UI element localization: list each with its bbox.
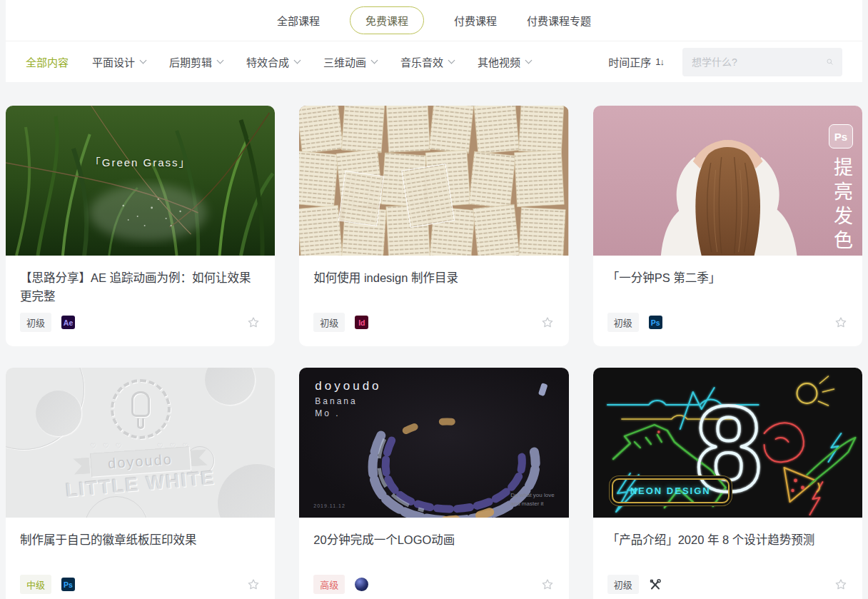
level-badge: 初级 [313, 313, 345, 332]
sort-by-time-button[interactable]: 时间正序 1↓ [608, 54, 664, 69]
course-title[interactable]: 「产品介绍」2020 年 8 个设计趋势预测 [607, 530, 848, 575]
card-body: 【思路分享】AE 追踪动画为例：如何让效果更完整 初级 Ae [6, 256, 275, 346]
favorite-star-button[interactable] [540, 316, 555, 330]
card-footer: 初级 Ps [607, 313, 848, 332]
filter-3d-animation[interactable]: 三维动画 [323, 54, 377, 69]
course-card[interactable]: 8 NEON DESIGN 「产品介绍」2020 年 8 个设计趋势预测 初级 [593, 368, 862, 599]
star-outline-icon [834, 578, 848, 592]
level-badge: 高级 [313, 575, 345, 594]
filter-video-editing[interactable]: 后期剪辑 [169, 54, 223, 69]
filter-label: 三维动画 [323, 54, 366, 69]
popsicle-logo-icon [111, 379, 171, 439]
filter-label: 音乐音效 [400, 54, 443, 69]
thumbnail-date: 2019.11.12 [313, 503, 345, 508]
filter-label: 后期剪辑 [169, 54, 212, 69]
course-thumbnail[interactable] [299, 106, 568, 256]
star-outline-icon [246, 578, 261, 592]
star-outline-icon [540, 578, 555, 592]
card-footer: 初级 Ae [20, 313, 261, 332]
filter-graphic-design[interactable]: 平面设计 [92, 54, 146, 69]
neon-design-label: NEON DESIGN [612, 478, 730, 503]
level-badge: 初级 [607, 313, 639, 332]
filter-label: 平面设计 [92, 54, 135, 69]
thumbnail-caption: 「Green Grass」 [6, 154, 275, 169]
star-outline-icon [246, 316, 261, 330]
search-box[interactable] [682, 48, 842, 76]
favorite-star-button[interactable] [246, 578, 261, 592]
filter-music-sfx[interactable]: 音乐音效 [400, 54, 454, 69]
favorite-star-button[interactable] [834, 316, 848, 330]
filter-vfx-compositing[interactable]: 特效合成 [246, 54, 300, 69]
tab-all-courses[interactable]: 全部课程 [277, 13, 320, 28]
card-body: 制作属于自己的徽章纸板压印效果 中级 Ps [6, 518, 275, 599]
card-body: 「一分钟PS 第二季」 初级 Ps [593, 256, 862, 346]
card-body: 「产品介绍」2020 年 8 个设计趋势预测 初级 [593, 518, 862, 599]
level-badge: 中级 [20, 575, 51, 594]
cinema4d-icon [355, 578, 368, 591]
course-card[interactable]: ♡ ♡ ♡ ♡ ♡ ♡ doyoudo LITTLE WHITE 制作属于自己的… [6, 368, 275, 599]
course-card[interactable]: 如何使用 indesign 制作目录 初级 Id [299, 106, 568, 346]
level-badge: 初级 [607, 575, 639, 594]
course-title[interactable]: 「一分钟PS 第二季」 [607, 268, 848, 313]
filter-bar-right: 时间正序 1↓ [608, 48, 842, 76]
filter-bar: 全部内容 平面设计 后期剪辑 特效合成 三维动画 音乐音效 [6, 41, 862, 82]
grass-photo-art [6, 106, 275, 256]
course-card[interactable]: Ps 提亮发色 「一分钟PS 第二季」 初级 Ps [593, 106, 862, 346]
course-grid: 「Green Grass」 【思路分享】AE 追踪动画为例：如何让效果更完整 初… [6, 106, 862, 599]
chevron-down-icon [371, 57, 378, 64]
card-body: 20分钟完成一个LOGO动画 高级 [299, 518, 568, 599]
course-card[interactable]: doyoudo Banana Mo . 2019.11.12 Do what y… [299, 368, 568, 599]
course-thumbnail[interactable]: Ps 提亮发色 [593, 106, 862, 256]
card-footer: 初级 [607, 575, 848, 594]
thumbnail-slogan: Do what you love and master it [510, 491, 554, 508]
indesign-icon: Id [355, 316, 368, 329]
favorite-star-button[interactable] [540, 578, 555, 592]
filter-other-videos[interactable]: 其他视频 [478, 54, 531, 69]
card-footer: 高级 [313, 575, 554, 594]
course-thumbnail[interactable]: 8 NEON DESIGN [593, 368, 862, 518]
favorite-star-button[interactable] [246, 316, 261, 330]
search-input[interactable] [692, 56, 821, 68]
course-thumbnail[interactable]: ♡ ♡ ♡ ♡ ♡ ♡ doyoudo LITTLE WHITE [6, 368, 275, 518]
books-photo-art [299, 106, 568, 256]
category-filters: 全部内容 平面设计 后期剪辑 特效合成 三维动画 音乐音效 [26, 54, 531, 69]
chevron-down-icon [217, 57, 224, 64]
hearts-decoration-icon: ♡ ♡ ♡ ♡ ♡ ♡ [48, 442, 233, 450]
star-outline-icon [834, 316, 848, 330]
after-effects-icon: Ae [61, 316, 75, 329]
emboss-badge: ♡ ♡ ♡ ♡ ♡ ♡ doyoudo LITTLE WHITE [48, 379, 233, 495]
filter-label: 其他视频 [478, 54, 520, 69]
portrait-photo-art [593, 106, 862, 256]
level-badge: 初级 [20, 313, 51, 332]
chevron-down-icon [294, 57, 301, 64]
filter-label: 特效合成 [246, 54, 289, 69]
chevron-down-icon [140, 57, 147, 64]
course-title[interactable]: 20分钟完成一个LOGO动画 [313, 530, 554, 575]
course-type-tabs: 全部课程 免费课程 付费课程 付费课程专题 [6, 0, 862, 41]
filter-all-content[interactable]: 全部内容 [26, 54, 69, 69]
star-outline-icon [540, 316, 555, 330]
thumbnail-subtitle: Banana [315, 396, 357, 406]
favorite-star-button[interactable] [834, 578, 848, 592]
course-card[interactable]: 「Green Grass」 【思路分享】AE 追踪动画为例：如何让效果更完整 初… [6, 106, 275, 346]
card-body: 如何使用 indesign 制作目录 初级 Id [299, 256, 568, 346]
course-title[interactable]: 制作属于自己的徽章纸板压印效果 [20, 530, 261, 575]
course-thumbnail[interactable]: 「Green Grass」 [6, 106, 275, 256]
sort-ascending-icon: 1↓ [655, 56, 664, 67]
tab-free-courses[interactable]: 免费课程 [350, 6, 424, 34]
header: 全部课程 免费课程 付费课程 付费课程专题 全部内容 平面设计 后期剪辑 特效合… [6, 0, 862, 82]
course-title[interactable]: 【思路分享】AE 追踪动画为例：如何让效果更完整 [20, 268, 261, 313]
tab-paid-course-topics[interactable]: 付费课程专题 [527, 13, 591, 28]
photoshop-icon: Ps [61, 578, 75, 591]
sort-label: 时间正序 [608, 54, 651, 69]
thumbnail-subtitle: Mo . [315, 408, 340, 418]
card-footer: 初级 Id [313, 313, 554, 332]
thumbnail-brand: doyoudo [315, 379, 381, 393]
magnifier-icon[interactable] [827, 56, 833, 68]
course-title[interactable]: 如何使用 indesign 制作目录 [313, 268, 554, 313]
course-thumbnail[interactable]: doyoudo Banana Mo . 2019.11.12 Do what y… [299, 368, 568, 518]
chevron-down-icon [448, 57, 455, 64]
ps-overlay-badge: Ps [829, 124, 853, 149]
tab-paid-courses[interactable]: 付费课程 [454, 13, 497, 28]
photoshop-icon: Ps [649, 316, 662, 329]
